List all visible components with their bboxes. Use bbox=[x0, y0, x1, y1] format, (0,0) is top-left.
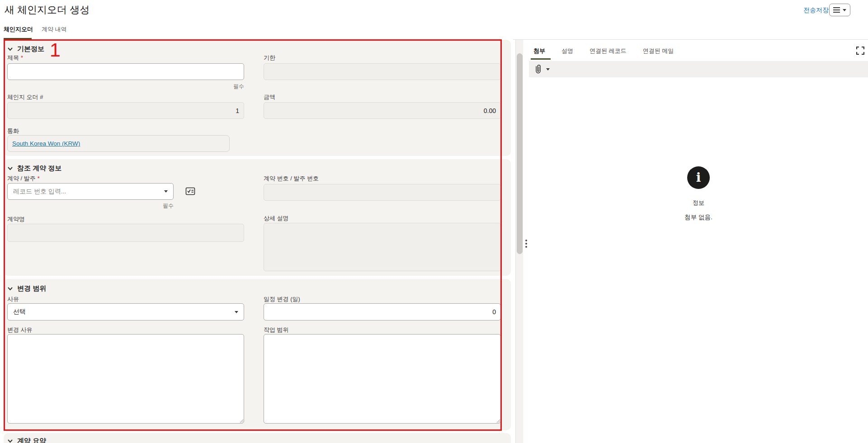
active-tab-indicator bbox=[531, 58, 551, 60]
more-menu-button[interactable] bbox=[829, 4, 850, 16]
contract-name-input bbox=[7, 224, 244, 242]
change-reason-label: 변경 사유 bbox=[7, 326, 33, 334]
menu-icon bbox=[833, 7, 840, 13]
schedule-change-input[interactable] bbox=[264, 303, 501, 320]
required-mark: * bbox=[38, 175, 40, 182]
currency-label: 통화 bbox=[7, 127, 19, 135]
save-button[interactable]: 저장 bbox=[816, 6, 829, 14]
record-selector-button[interactable] bbox=[185, 187, 195, 197]
change-reason-textarea[interactable] bbox=[7, 334, 244, 424]
expand-icon bbox=[856, 47, 864, 55]
title-field-label: 제목* bbox=[7, 54, 23, 62]
required-helper: 필수 bbox=[7, 83, 244, 90]
related-panel: 첨부 설명 연결된 레코드 연결된 메일 i 정보 bbox=[529, 40, 868, 443]
attachments-empty-state: i 정보 첨부 없음. bbox=[529, 166, 868, 222]
section-basic-info: 기본정보 제목* 필수 기한 체인지 오더 # 금액 통화 South Kore… bbox=[4, 40, 511, 156]
dropdown-caret-icon bbox=[235, 311, 238, 313]
expand-panel-button[interactable] bbox=[855, 46, 865, 56]
order-number-input bbox=[7, 102, 244, 119]
chevron-down-icon bbox=[7, 438, 13, 443]
contract-number-label: 계약 번호 / 발주 번호 bbox=[264, 174, 319, 183]
schedule-change-label: 일정 변경 (일) bbox=[264, 295, 300, 303]
currency-link[interactable]: South Korea Won (KRW) bbox=[12, 140, 80, 147]
order-number-label: 체인지 오더 # bbox=[7, 93, 43, 101]
contract-field-label: 계약 / 발주* bbox=[7, 174, 40, 183]
section-header-contract-summary[interactable]: 계약 요약 bbox=[7, 437, 46, 443]
form-scrollbar-track[interactable] bbox=[515, 40, 523, 443]
section-contract-summary: 계약 요약 bbox=[4, 433, 511, 443]
contract-number-input bbox=[264, 184, 501, 201]
dropdown-caret-icon bbox=[164, 190, 168, 193]
amount-input bbox=[264, 102, 501, 119]
tab-linked-emails[interactable]: 연결된 메일 bbox=[643, 47, 674, 55]
tab-change-order[interactable]: 체인지오더 bbox=[4, 25, 33, 33]
record-selector-icon bbox=[185, 187, 195, 196]
section-change-scope: 변경 범위 사유 선택 일정 변경 (일) 변경 사유 작업 범위 bbox=[4, 279, 511, 430]
section-header-basic-info[interactable]: 기본정보 bbox=[7, 45, 44, 53]
detail-description-textarea bbox=[264, 223, 501, 271]
work-scope-textarea[interactable] bbox=[264, 334, 501, 424]
paperclip-icon bbox=[534, 64, 542, 74]
tab-description[interactable]: 설명 bbox=[561, 47, 573, 55]
section-header-change-scope[interactable]: 변경 범위 bbox=[7, 284, 46, 293]
contract-name-label: 계약명 bbox=[7, 215, 25, 223]
reason-selected-value: 선택 bbox=[13, 308, 235, 316]
section-ref-contract: 참조 계약 정보 계약 / 발주* 레코드 번호 입력... 필수 계약 번호 … bbox=[4, 159, 511, 276]
reason-label: 사유 bbox=[7, 295, 19, 303]
form-scrollbar-thumb[interactable] bbox=[517, 53, 523, 254]
info-icon: i bbox=[687, 166, 710, 189]
dropdown-caret-icon bbox=[843, 9, 846, 11]
tab-attachments[interactable]: 첨부 bbox=[533, 47, 545, 55]
contract-lookup-combobox[interactable]: 레코드 번호 입력... bbox=[7, 183, 174, 200]
change-order-create-page: 새 체인지오더 생성 전송 저장 체인지오더 계약 내역 기본정보 제목* 필수… bbox=[0, 0, 868, 443]
currency-field: South Korea Won (KRW) bbox=[7, 135, 230, 152]
attach-file-button[interactable] bbox=[534, 64, 550, 74]
page-title: 새 체인지오더 생성 bbox=[5, 3, 90, 17]
send-button[interactable]: 전송 bbox=[803, 6, 816, 14]
drag-handle-dots-icon bbox=[525, 240, 527, 241]
empty-state-title: 정보 bbox=[529, 199, 868, 207]
combobox-placeholder: 레코드 번호 입력... bbox=[13, 188, 164, 196]
required-mark: * bbox=[21, 54, 23, 61]
dropdown-caret-icon bbox=[546, 68, 550, 71]
reason-select[interactable]: 선택 bbox=[7, 303, 244, 320]
detail-description-label: 상세 설명 bbox=[264, 214, 289, 222]
chevron-down-icon bbox=[7, 286, 13, 292]
tab-contract-details[interactable]: 계약 내역 bbox=[42, 25, 67, 33]
empty-state-message: 첨부 없음. bbox=[529, 213, 868, 222]
title-input[interactable] bbox=[7, 63, 244, 80]
attachment-toolbar bbox=[529, 61, 868, 77]
chevron-down-icon bbox=[7, 46, 13, 52]
amount-label: 금액 bbox=[264, 93, 275, 101]
active-tab-indicator bbox=[4, 38, 32, 39]
chevron-down-icon bbox=[7, 165, 13, 171]
work-scope-label: 작업 범위 bbox=[264, 326, 289, 334]
section-header-ref-contract[interactable]: 참조 계약 정보 bbox=[7, 164, 61, 173]
tab-linked-records[interactable]: 연결된 레코드 bbox=[590, 47, 627, 55]
deadline-input bbox=[264, 63, 501, 80]
required-helper: 필수 bbox=[7, 202, 174, 210]
panel-resize-handle[interactable] bbox=[524, 239, 528, 249]
deadline-label: 기한 bbox=[264, 54, 275, 62]
